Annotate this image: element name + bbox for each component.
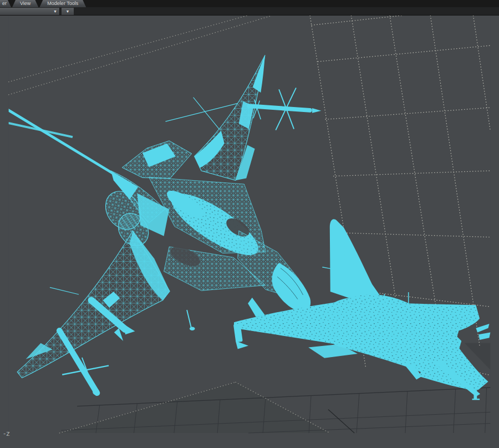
- tab-modeler-tools[interactable]: Modeler Tools: [39, 0, 86, 7]
- tab-bar: er View Modeler Tools: [0, 0, 499, 7]
- axis-label: -z: [3, 429, 11, 437]
- gear-stub: [473, 390, 477, 399]
- chevron-down-icon: ▼: [64, 8, 72, 15]
- toolbar-row: ▼ ▼: [0, 7, 499, 16]
- perspective-viewport[interactable]: -z: [0, 16, 499, 448]
- gear-wheel: [190, 327, 195, 330]
- tab-modeler-partial[interactable]: er: [0, 0, 11, 7]
- tab-view[interactable]: View: [12, 0, 38, 7]
- chevron-down-icon: ▼: [51, 8, 59, 15]
- viewport-canvas[interactable]: [0, 16, 499, 448]
- expand-dropdown-button[interactable]: ▼: [62, 8, 74, 15]
- preset-dropdown[interactable]: ▼: [0, 8, 60, 15]
